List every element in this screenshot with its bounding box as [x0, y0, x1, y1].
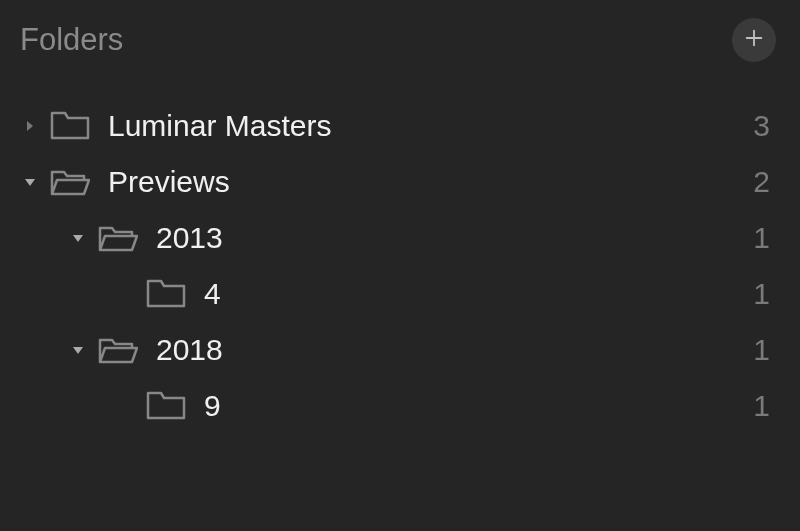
folder-4[interactable]: 4 1 — [20, 266, 776, 322]
folder-count: 3 — [753, 109, 776, 143]
folder-closed-icon — [146, 278, 186, 310]
disclosure-down-icon[interactable] — [68, 228, 88, 248]
folder-count: 1 — [753, 333, 776, 367]
folder-2018[interactable]: 2018 1 — [20, 322, 776, 378]
folder-2013[interactable]: 2013 1 — [20, 210, 776, 266]
panel-header: Folders — [20, 18, 776, 62]
panel-title: Folders — [20, 22, 123, 58]
folders-panel: Folders Luminar Masters 3 — [0, 0, 800, 458]
add-folder-button[interactable] — [732, 18, 776, 62]
folder-label: 4 — [204, 277, 753, 311]
folder-count: 1 — [753, 221, 776, 255]
folder-label: 9 — [204, 389, 753, 423]
folder-luminar-masters[interactable]: Luminar Masters 3 — [20, 98, 776, 154]
folder-9[interactable]: 9 1 — [20, 378, 776, 434]
folder-open-icon — [98, 222, 138, 254]
disclosure-down-icon[interactable] — [68, 340, 88, 360]
folder-open-icon — [98, 334, 138, 366]
disclosure-right-icon[interactable] — [20, 116, 40, 136]
folder-closed-icon — [146, 390, 186, 422]
folder-label: 2018 — [156, 333, 753, 367]
folder-previews[interactable]: Previews 2 — [20, 154, 776, 210]
folder-label: Previews — [108, 165, 753, 199]
folder-count: 1 — [753, 389, 776, 423]
plus-icon — [743, 27, 765, 53]
folder-open-icon — [50, 166, 90, 198]
folder-closed-icon — [50, 110, 90, 142]
disclosure-down-icon[interactable] — [20, 172, 40, 192]
folder-count: 2 — [753, 165, 776, 199]
folder-count: 1 — [753, 277, 776, 311]
folder-label: Luminar Masters — [108, 109, 753, 143]
folder-label: 2013 — [156, 221, 753, 255]
